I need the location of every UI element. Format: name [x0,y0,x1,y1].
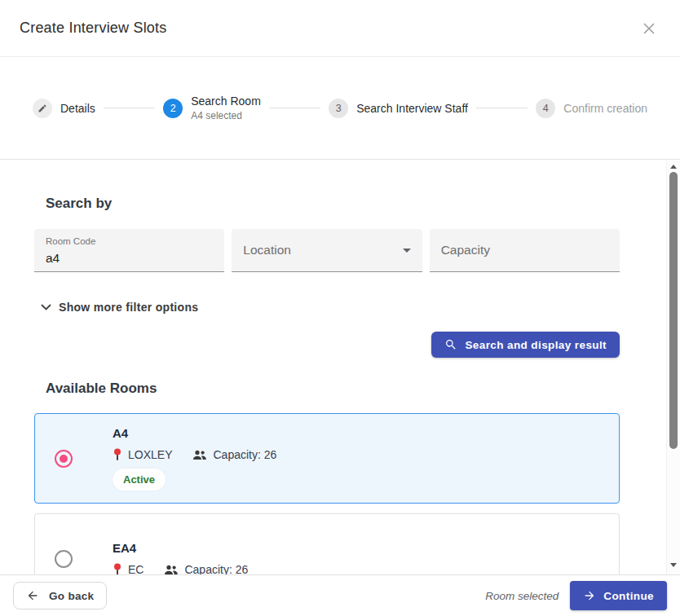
available-rooms-heading: Available Rooms [46,381,666,397]
radio-unselected-icon[interactable] [55,550,73,568]
capacity-field[interactable]: Capacity [430,229,620,272]
step-details[interactable]: Details [33,99,95,118]
room-location: LOXLEY [128,448,172,461]
location-pin-icon [113,563,122,574]
show-more-filters-toggle[interactable]: Show more filter options [41,301,198,314]
search-by-heading: Search by [46,196,666,212]
modal-footer: Go back Room selected Continue [0,574,680,616]
search-and-display-label: Search and display result [465,339,607,351]
capacity-people-icon [192,450,207,460]
chevron-down-icon [41,304,51,311]
continue-label: Continue [603,590,654,602]
step-details-label: Details [60,102,95,115]
go-back-label: Go back [49,590,94,602]
radio-selected-icon[interactable] [55,450,73,468]
filter-fields: Room Code a4 Location Capacity [34,229,620,272]
step-confirm-label: Confirm creation [563,102,647,115]
step-search-staff[interactable]: 3 Search Interview Staff [329,99,468,118]
location-pin-icon [113,448,122,461]
room-card-ea4[interactable]: EA4 EC Capacity: 26 [34,513,620,574]
room-card-a4[interactable]: A4 LOXLEY Capacity: 26 Active [34,413,620,504]
modal-header: Create Interview Slots [0,0,680,57]
room-selected-status: Room selected [485,590,559,602]
step-connector [104,108,155,108]
room-location: EC [128,563,144,574]
capacity-placeholder: Capacity [441,243,490,257]
room-code-value: a4 [46,251,60,266]
search-and-display-button[interactable]: Search and display result [431,332,620,358]
step-confirm-circle: 4 [536,99,555,118]
vertical-scrollbar[interactable] [666,161,680,574]
show-more-filters-label: Show more filter options [59,301,198,314]
room-capacity: Capacity: 26 [213,448,276,461]
close-button[interactable] [638,17,660,40]
room-name: EA4 [113,541,248,555]
room-code-label: Room Code [46,236,95,246]
active-status-badge: Active [113,469,166,491]
go-back-button[interactable]: Go back [13,582,107,609]
dropdown-arrow-icon [403,249,411,253]
step-search-staff-label: Search Interview Staff [356,102,468,115]
step-connector [269,108,320,108]
room-code-field[interactable]: Room Code a4 [34,229,224,272]
room-name: A4 [113,426,276,440]
step-confirm[interactable]: 4 Confirm creation [536,99,647,118]
step-details-circle [33,99,52,118]
stepper: Details 2 Search Room A4 selected 3 Sear… [0,57,680,160]
step-search-room-circle: 2 [163,99,183,118]
arrow-left-icon [26,589,39,602]
capacity-people-icon [164,565,179,575]
continue-button[interactable]: Continue [570,581,667,610]
scrollbar-thumb[interactable] [669,172,678,449]
scrollbar-up-arrow-icon[interactable] [670,165,677,169]
arrow-right-icon [583,589,596,602]
location-select[interactable]: Location [232,229,422,272]
room-capacity: Capacity: 26 [184,563,248,574]
scrollbar-down-arrow-icon[interactable] [670,563,677,567]
close-icon [642,21,656,36]
location-placeholder: Location [243,243,291,257]
step-connector [476,108,528,108]
step-search-room-sublabel: A4 selected [191,110,261,121]
step-search-staff-circle: 3 [329,99,348,118]
pencil-icon [38,103,47,113]
modal-body: Search by Room Code a4 Location Capacity… [0,161,666,574]
step-search-room[interactable]: 2 Search Room A4 selected [163,95,261,121]
modal-title: Create Interview Slots [20,20,166,37]
step-search-room-label: Search Room [191,95,261,108]
search-icon [444,338,457,351]
